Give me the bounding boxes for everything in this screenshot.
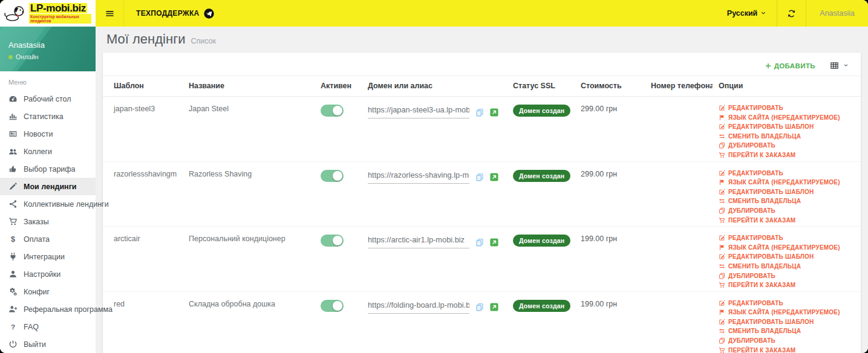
menu-toggle-button[interactable] <box>96 0 124 27</box>
row-option-link[interactable]: СМЕНИТЬ ВЛАДЕЛЬЦА <box>719 133 855 140</box>
sidebar-item-label: Статистика <box>24 112 64 121</box>
open-site-icon[interactable] <box>490 108 498 117</box>
sidebar-item[interactable]: ? FAQ <box>0 318 96 335</box>
domain-input[interactable] <box>368 170 469 184</box>
row-option-link[interactable]: ЯЗЫК САЙТА (НЕРЕДАКТИРУЕМОЕ) <box>719 244 855 251</box>
option-label: РЕДАКТИРОВАТЬ <box>728 300 783 306</box>
table-body: japan-steel3 Japan Steel Домен создан 29… <box>103 97 861 353</box>
domain-input[interactable] <box>368 300 469 314</box>
row-option-link[interactable]: СМЕНИТЬ ВЛАДЕЛЬЦА <box>719 198 855 204</box>
option-icon <box>719 152 725 158</box>
user-menu[interactable]: Anastasiia <box>806 0 868 27</box>
open-site-icon[interactable] <box>490 238 498 247</box>
copy-domain-icon[interactable] <box>475 303 484 311</box>
sidebar-item[interactable]: Статистика <box>0 108 96 125</box>
sidebar-item[interactable]: Конфиг <box>0 283 96 300</box>
row-option-link[interactable]: РЕДАКТИРОВАТЬ <box>719 170 855 176</box>
language-dropdown[interactable]: Русский <box>717 0 777 27</box>
sidebar-item-label: Конфиг <box>24 288 50 296</box>
topbar: LP-mobi.biz Конструктор мобильных лендин… <box>0 0 868 27</box>
row-option-link[interactable]: ПЕРЕЙТИ К ЗАКАЗАМ <box>719 282 855 288</box>
domain-wrap <box>368 105 501 118</box>
toggle-knob <box>333 106 342 115</box>
row-option-link[interactable]: ЯЗЫК САЙТА (НЕРЕДАКТИРУЕМОЕ) <box>719 309 855 316</box>
name-cell: Razorless Shaving <box>183 161 315 227</box>
logo-subtitle: Конструктор мобильных лендингов <box>29 14 91 24</box>
row-option-link[interactable]: РЕДАКТИРОВАТЬ ШАБЛОН <box>719 189 855 195</box>
row-option-link[interactable]: РЕДАКТИРОВАТЬ <box>719 300 855 306</box>
domain-wrap <box>368 235 501 248</box>
row-option-link[interactable]: ДУБЛИРОВАТЬ <box>719 337 855 344</box>
options-list: РЕДАКТИРОВАТЬ ЯЗЫК САЙТА (НЕРЕДАКТИРУЕМО… <box>719 300 855 353</box>
row-option-link[interactable]: РЕДАКТИРОВАТЬ ШАБЛОН <box>719 319 855 325</box>
option-label: РЕДАКТИРОВАТЬ <box>728 170 783 176</box>
sidebar-item[interactable]: Настройки <box>0 265 96 283</box>
copy-domain-icon[interactable] <box>475 108 484 117</box>
refresh-button[interactable] <box>777 0 806 27</box>
active-toggle[interactable] <box>321 300 344 312</box>
sidebar-item[interactable]: Реферальная программа <box>0 300 96 318</box>
options-list: РЕДАКТИРОВАТЬ ЯЗЫК САЙТА (НЕРЕДАКТИРУЕМО… <box>719 235 855 291</box>
option-label: СМЕНИТЬ ВЛАДЕЛЬЦА <box>728 328 801 334</box>
sidebar-item-icon <box>8 182 18 191</box>
domain-wrap <box>368 300 501 314</box>
option-icon <box>719 133 725 140</box>
row-option-link[interactable]: ЯЗЫК САЙТА (НЕРЕДАКТИРУЕМОЕ) <box>719 114 855 121</box>
domain-input[interactable] <box>368 235 469 248</box>
landings-card: ДОБАВИТЬ Шаблон Название Активен Домен и… <box>103 53 861 353</box>
row-option-link[interactable]: ПЕРЕЙТИ К ЗАКАЗАМ <box>719 347 855 353</box>
sidebar-item-icon <box>8 270 18 279</box>
add-landing-button[interactable]: ДОБАВИТЬ <box>765 62 815 70</box>
row-option-link[interactable]: РЕДАКТИРОВАТЬ ШАБЛОН <box>719 123 855 130</box>
open-site-icon[interactable] <box>490 303 498 311</box>
row-option-link[interactable]: ПЕРЕЙТИ К ЗАКАЗАМ <box>719 217 855 224</box>
svg-text:$: $ <box>11 235 15 244</box>
sidebar-item[interactable]: Коллективные лендинги <box>0 195 96 213</box>
sidebar-item-label: Выйти <box>24 340 46 349</box>
row-option-link[interactable]: ЯЗЫК САЙТА (НЕРЕДАКТИРУЕМОЕ) <box>719 179 855 186</box>
name-cell: Персональний кондиціонер <box>183 227 315 292</box>
option-label: ЯЗЫК САЙТА (НЕРЕДАКТИРУЕМОЕ) <box>728 179 840 186</box>
option-icon <box>719 282 725 288</box>
sidebar-item[interactable]: Заказы <box>0 213 96 230</box>
topbar-right: Русский Anastasiia <box>717 0 868 27</box>
active-toggle[interactable] <box>321 235 344 247</box>
column-header: Активен <box>315 76 362 97</box>
row-option-link[interactable]: ДУБЛИРОВАТЬ <box>719 142 855 149</box>
app-window: LP-mobi.biz Конструктор мобильных лендин… <box>0 0 868 353</box>
view-mode-dropdown[interactable] <box>830 61 849 70</box>
domain-input[interactable] <box>368 105 469 118</box>
row-option-link[interactable]: РЕДАКТИРОВАТЬ ШАБЛОН <box>719 253 855 260</box>
row-option-link[interactable]: ДУБЛИРОВАТЬ <box>719 273 855 279</box>
option-label: РЕДАКТИРОВАТЬ ШАБЛОН <box>728 319 814 325</box>
template-cell: arcticair <box>103 227 183 292</box>
row-option-link[interactable]: СМЕНИТЬ ВЛАДЕЛЬЦА <box>719 263 855 270</box>
sidebar-menu: Рабочий стол Статистика Новости Коллеги … <box>0 90 96 353</box>
logo[interactable]: LP-mobi.biz Конструктор мобильных лендин… <box>0 0 96 27</box>
phone-cell <box>645 97 713 162</box>
sidebar-item[interactable]: Новости <box>0 125 96 143</box>
active-toggle[interactable] <box>321 105 344 117</box>
row-option-link[interactable]: ПЕРЕЙТИ К ЗАКАЗАМ <box>719 152 855 158</box>
row-option-link[interactable]: РЕДАКТИРОВАТЬ <box>719 235 855 241</box>
sidebar-item[interactable]: Выйти <box>0 335 96 353</box>
row-option-link[interactable]: ДУБЛИРОВАТЬ <box>719 207 855 214</box>
active-toggle[interactable] <box>321 170 344 182</box>
price-cell: 299.00 грн <box>575 97 645 162</box>
support-button[interactable]: ТЕХПОДДЕРЖКА <box>124 0 226 27</box>
row-option-link[interactable]: РЕДАКТИРОВАТЬ <box>719 105 855 111</box>
sidebar-item-label: Новости <box>24 130 53 138</box>
sidebar-item[interactable]: Коллеги <box>0 143 96 160</box>
sidebar-item[interactable]: Выбор тарифа <box>0 160 96 178</box>
row-option-link[interactable]: СМЕНИТЬ ВЛАДЕЛЬЦА <box>719 328 855 334</box>
sidebar-item[interactable]: Интеграции <box>0 248 96 265</box>
sidebar-item[interactable]: $ Оплата <box>0 230 96 248</box>
copy-domain-icon[interactable] <box>475 173 484 181</box>
copy-domain-icon[interactable] <box>475 238 484 247</box>
sidebar-item[interactable]: Мои лендинги <box>0 178 96 195</box>
sidebar-item[interactable]: Рабочий стол <box>0 90 96 108</box>
table-header-row: Шаблон Название Активен Домен или алиас … <box>103 76 861 97</box>
hamburger-icon <box>105 9 114 18</box>
open-site-icon[interactable] <box>490 173 498 181</box>
phone-cell <box>645 227 713 292</box>
